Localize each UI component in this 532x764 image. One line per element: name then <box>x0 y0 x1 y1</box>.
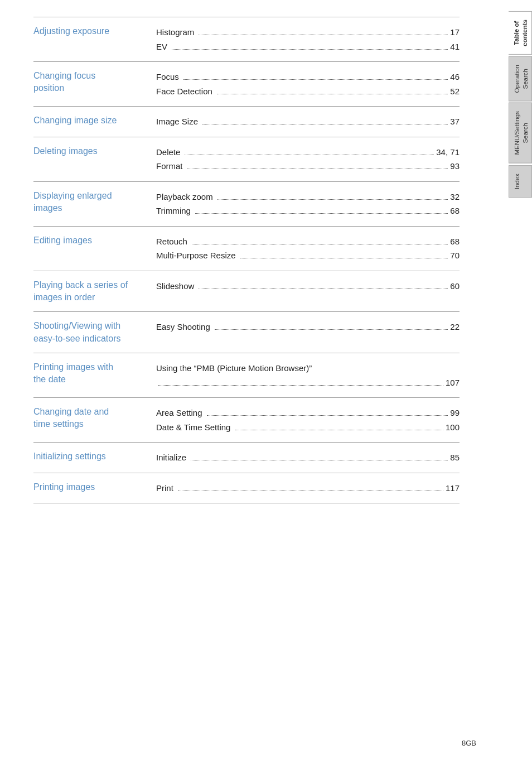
toc-label-changing-focus-position: Changing focus position <box>33 70 156 95</box>
entry-page: 32 <box>450 190 460 204</box>
toc-entry-line: Using the “PMB (Picture Motion Browser)”… <box>156 361 460 390</box>
toc-row-editing-images: Editing imagesRetouch68Multi-Purpose Res… <box>33 226 460 271</box>
toc-entry-line: EV41 <box>156 40 460 54</box>
toc-entries-changing-focus-position: Focus46Face Detection52 <box>156 70 460 98</box>
entry-page: 68 <box>450 234 460 249</box>
toc-row-changing-focus-position: Changing focus positionFocus46Face Detec… <box>33 61 460 106</box>
toc-label-adjusting-exposure: Adjusting exposure <box>33 25 156 37</box>
toc-entries-editing-images: Retouch68Multi-Purpose Resize70 <box>156 234 460 263</box>
entry-label: Trimming <box>156 204 191 218</box>
sidebar-tab-menu-settings-search[interactable]: MENU/Settings Search <box>509 103 532 164</box>
toc-entries-printing-images-date: Using the “PMB (Picture Motion Browser)”… <box>156 361 460 390</box>
dots <box>199 35 448 35</box>
entry-page: 68 <box>450 204 460 218</box>
toc-label-deleting-images: Deleting images <box>33 145 156 157</box>
entry-page: 37 <box>450 114 460 129</box>
dots <box>172 49 448 50</box>
toc-entries-displaying-enlarged-images: Playback zoom32Trimming68 <box>156 190 460 218</box>
toc-entries-adjusting-exposure: Histogram17EV41 <box>156 25 460 54</box>
tab-group: Table of contentsOperation SearchMENU/Se… <box>501 11 532 199</box>
toc-entry-line: Focus46 <box>156 70 460 84</box>
entry-label: Delete <box>156 145 180 160</box>
sidebar-tab-index[interactable]: Index <box>509 165 532 198</box>
entry-label: Multi-Purpose Resize <box>156 248 236 263</box>
toc-entry-dots-line: 107 <box>156 376 460 390</box>
toc-label-shooting-viewing-easy: Shooting/Viewing with easy-to-see indica… <box>33 320 156 345</box>
entry-page: 46 <box>450 70 460 84</box>
toc-label-displaying-enlarged-images: Displaying enlarged images <box>33 190 156 215</box>
entry-label: EV <box>156 40 167 54</box>
toc-entry-line: Retouch68 <box>156 234 460 249</box>
toc-entries-shooting-viewing-easy: Easy Shooting22 <box>156 320 460 334</box>
page-suffix: GB <box>466 739 476 747</box>
dots <box>207 415 448 416</box>
toc-entry-line: Date & Time Setting100 <box>156 420 460 435</box>
entry-label: Date & Time Setting <box>156 420 230 435</box>
toc-label-printing-images: Printing images <box>33 481 156 493</box>
entry-label: Playback zoom <box>156 190 213 204</box>
toc-entry-line: Slideshow60 <box>156 279 460 294</box>
toc-label-changing-date-time: Changing date and time settings <box>33 406 156 431</box>
entry-label: Face Detection <box>156 84 212 99</box>
sidebar-tab-table-of-contents[interactable]: Table of contents <box>509 11 532 55</box>
toc-row-adjusting-exposure: Adjusting exposureHistogram17EV41 <box>33 17 460 61</box>
entry-label: Using the “PMB (Picture Motion Browser)” <box>156 363 312 373</box>
entry-page: 70 <box>450 248 460 263</box>
toc-entry-line: Format93 <box>156 159 460 174</box>
dots <box>191 460 448 460</box>
toc-entry-line: Trimming68 <box>156 204 460 218</box>
toc-entry-line: Area Setting99 <box>156 406 460 420</box>
entry-label: Area Setting <box>156 406 202 420</box>
dots <box>158 385 443 386</box>
dots <box>192 244 448 244</box>
toc-entry-line: Print117 <box>156 481 460 496</box>
toc-row-shooting-viewing-easy: Shooting/Viewing with easy-to-see indica… <box>33 311 460 353</box>
entry-page: 85 <box>450 450 460 465</box>
entry-page: 93 <box>450 159 460 174</box>
toc-label-printing-images-date: Printing images with the date <box>33 361 156 386</box>
toc-label-initializing-settings: Initializing settings <box>33 450 156 463</box>
toc-entry-line: Playback zoom32 <box>156 190 460 204</box>
entry-label: Image Size <box>156 114 198 129</box>
toc-row-changing-image-size: Changing image sizeImage Size37 <box>33 106 460 137</box>
entry-label: Retouch <box>156 234 187 249</box>
toc-row-printing-images: Printing imagesPrint117 <box>33 473 460 504</box>
toc-row-initializing-settings: Initializing settingsInitialize85 <box>33 442 460 473</box>
dots <box>240 258 448 258</box>
sidebar-tab-operation-search[interactable]: Operation Search <box>509 56 532 102</box>
entry-page: 60 <box>450 279 460 294</box>
main-content: Adjusting exposureHistogram17EV41Changin… <box>33 17 460 537</box>
entry-label: Initialize <box>156 450 186 465</box>
dots <box>217 199 448 200</box>
toc-label-changing-image-size: Changing image size <box>33 114 156 127</box>
toc-label-playing-back-series: Playing back a series of images in order <box>33 279 156 304</box>
toc-row-changing-date-time: Changing date and time settingsArea Sett… <box>33 397 460 442</box>
toc-entry-line: Histogram17 <box>156 25 460 40</box>
toc-entry-line: Delete34, 71 <box>156 145 460 160</box>
entry-label: Easy Shooting <box>156 320 210 334</box>
toc-entries-deleting-images: Delete34, 71Format93 <box>156 145 460 174</box>
toc-entry-line: Initialize85 <box>156 450 460 465</box>
entry-label: Slideshow <box>156 279 194 294</box>
entry-page: 100 <box>446 420 460 435</box>
dots <box>202 124 448 124</box>
toc-row-deleting-images: Deleting imagesDelete34, 71Format93 <box>33 137 460 181</box>
entry-label: Histogram <box>156 25 194 40</box>
entry-page: 22 <box>450 320 460 334</box>
toc-entry-line: Image Size37 <box>156 114 460 129</box>
toc-entries-changing-date-time: Area Setting99Date & Time Setting100 <box>156 406 460 434</box>
entry-label: Print <box>156 481 173 496</box>
entry-page: 52 <box>450 84 460 99</box>
dots <box>217 94 448 94</box>
entry-page: 17 <box>450 25 460 40</box>
toc-row-displaying-enlarged-images: Displaying enlarged imagesPlayback zoom3… <box>33 181 460 226</box>
dots <box>215 329 448 330</box>
entry-label: Format <box>156 159 183 174</box>
toc-entries-printing-images: Print117 <box>156 481 460 496</box>
dots <box>195 213 448 214</box>
dots <box>235 430 443 430</box>
entry-page: 41 <box>450 40 460 54</box>
toc-entries-initializing-settings: Initialize85 <box>156 450 460 465</box>
entry-page: 117 <box>446 481 460 496</box>
dots <box>199 289 448 289</box>
